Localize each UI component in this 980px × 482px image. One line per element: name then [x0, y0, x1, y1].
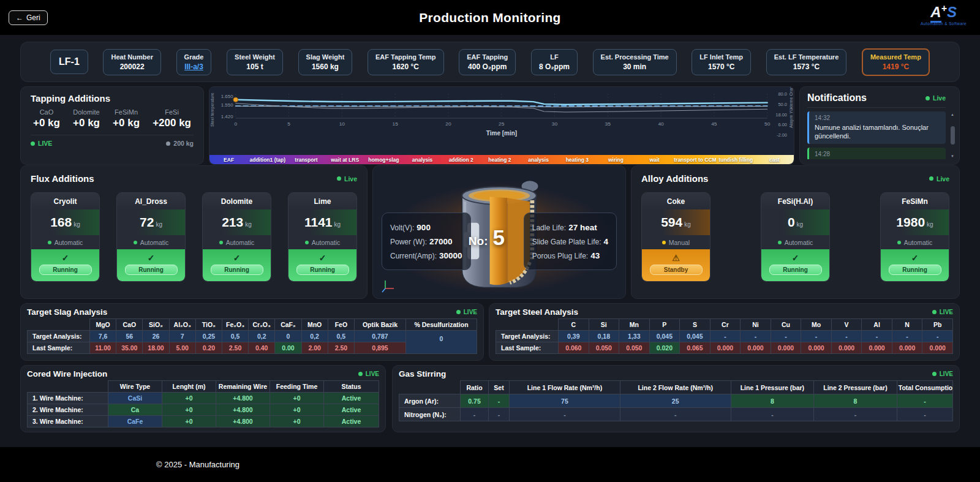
card-value: LF-1	[59, 56, 80, 67]
table-cell: Active	[324, 393, 379, 404]
table-cell: 0.20	[195, 342, 222, 354]
column-header: Mn	[619, 319, 650, 331]
material-card: Cryolit 168kg Automatic ✓ Running	[31, 192, 100, 282]
status-button[interactable]: Running	[39, 265, 92, 275]
table-cell: +0	[270, 416, 324, 427]
scroll-up-icon[interactable]: ▲	[951, 113, 954, 116]
scrollbar[interactable]: ▲ ▼	[949, 113, 956, 158]
tapping-items: CaO +0 kg Dolomite +0 kg FeSiMn +0 kg Fe…	[31, 108, 194, 129]
status-icon: ✓	[148, 254, 155, 263]
mode-dot-icon	[897, 241, 901, 244]
flux-cards: Cryolit 168kg Automatic ✓ Running Al_Dro…	[31, 192, 357, 282]
material-amount: +0 kg	[113, 117, 140, 129]
status-button[interactable]: Running	[296, 265, 349, 275]
temperature-chart-panel: Steel temperature 051015202530354045501.…	[209, 86, 794, 165]
column-header: Lenght (m)	[162, 381, 216, 393]
column-header: Optik Bazik	[355, 319, 406, 331]
table-cell: 0,5	[222, 331, 248, 342]
table-cell: -	[922, 331, 953, 342]
heat-info-card[interactable]: LF-1	[50, 50, 88, 74]
mode-label: Automatic	[140, 239, 169, 246]
stage-label: heating 3	[558, 157, 597, 163]
column-header: TiO₂	[195, 319, 222, 331]
table-cell: -	[489, 408, 510, 421]
heat-info-card[interactable]: Heat Number 200022	[103, 49, 160, 75]
table-cell: 0.75	[461, 394, 489, 408]
heat-info-card[interactable]: Grade III-a/3	[176, 49, 212, 75]
copyright-text: © 2025 - Manufacturing	[156, 460, 239, 469]
svg-text:0: 0	[234, 121, 237, 127]
panel-title: Target Slag Analysis	[27, 307, 107, 317]
table-cell: Argon (Ar):	[399, 394, 461, 408]
column-header: S	[680, 319, 710, 331]
table-cell: 7,6	[90, 331, 116, 342]
column-header: Al	[862, 319, 892, 331]
notifications-list: 14:32 Numune analizi tamamlandı. Sonuçla…	[807, 111, 946, 159]
table-cell: -	[892, 331, 922, 342]
live-badge: LIVE	[456, 309, 477, 315]
mode-dot-icon	[305, 241, 309, 244]
card-label: Est. LF Temperature	[774, 53, 839, 61]
mode-dot-icon	[662, 241, 666, 244]
flux-additions-panel: Flux Additions Live Cryolit 168kg Automa…	[20, 165, 368, 299]
material-name: FeSi	[153, 108, 191, 116]
heat-info-card[interactable]: Measured Temp 1419 °C	[862, 48, 930, 76]
svg-text:25: 25	[499, 121, 505, 127]
table-cell: 2. Wire Machine:	[28, 404, 108, 416]
table-header-row: RatioSetLine 1 Flow Rate (Nm³/h)Line 2 F…	[399, 381, 953, 394]
scroll-down-icon[interactable]: ▼	[951, 154, 954, 158]
material-name: Coke	[642, 193, 710, 209]
card-value: 200022	[111, 62, 153, 71]
heat-info-card[interactable]: LF Inlet Temp 1570 °C	[692, 49, 751, 75]
table-cell: 0.00	[275, 342, 301, 354]
card-value: 105 t	[235, 62, 275, 71]
mode-dot-icon	[48, 241, 51, 244]
status-button[interactable]: Standby	[650, 265, 703, 275]
info-label: Current(Amp):	[390, 252, 437, 260]
table-cell: 0.000	[892, 342, 922, 354]
stage-label: tundish filling	[717, 157, 755, 163]
heat-info-card[interactable]: Slag Weight 1560 kg	[298, 49, 353, 75]
unit: kg	[245, 221, 252, 228]
info-value: 900	[417, 223, 431, 232]
ladle-3d-panel: Volt(V):900Power (W):27000Current(Amp):3…	[372, 165, 626, 299]
live-label: Live	[933, 94, 946, 102]
tapping-item: FeSi +200 kg	[153, 108, 191, 129]
table-cell: +4.800	[216, 393, 270, 404]
status-area: ✓ Running	[761, 249, 829, 281]
heat-info-card[interactable]: Est. LF Temperature 1573 °C	[766, 49, 847, 75]
notification-item[interactable]: 14:32 Numune analizi tamamlandı. Sonuçla…	[807, 111, 946, 144]
heat-info-card[interactable]: EAF Tapping 400 O₂ppm	[459, 49, 516, 75]
wire-machine-row: 1. Wire Machine:CaSi+0+4.800+0Active	[28, 393, 379, 404]
live-label: LIVE	[38, 140, 52, 147]
column-header	[28, 381, 108, 393]
axis-gizmo-icon	[380, 277, 396, 293]
heat-info-card[interactable]: Est. Processing Time 30 min	[593, 49, 677, 75]
notification-item[interactable]: 14:28	[807, 148, 946, 159]
heat-info-card[interactable]: Steel Weight 105 t	[227, 49, 283, 75]
scroll-thumb[interactable]	[951, 126, 955, 145]
heat-info-card[interactable]: LF 8 O₂ppm	[531, 49, 578, 75]
mode-label: Automatic	[904, 239, 933, 246]
amount: 1980	[896, 215, 925, 230]
status-button[interactable]: Running	[889, 265, 941, 275]
info-value: 4	[603, 237, 608, 246]
status-button[interactable]: Running	[769, 265, 822, 275]
stage-label: heating 2	[480, 157, 519, 163]
ladle-number: No: 5	[469, 225, 505, 250]
card-label: Heat Number	[111, 53, 153, 61]
status-button[interactable]: Running	[125, 265, 178, 275]
back-button[interactable]: ← Geri	[9, 10, 48, 25]
status-button[interactable]: Running	[211, 265, 263, 275]
table-cell: Target Analysis:	[496, 331, 559, 342]
table-cell: 0.000	[771, 342, 801, 354]
card-value: 1573 °C	[774, 62, 839, 71]
ladle-number-label: No:	[469, 235, 488, 248]
info-row: Slide Gate Plate Life:4	[532, 236, 608, 247]
material-name: Al_Dross	[117, 193, 185, 209]
panel-title: Tapping Additions	[31, 93, 194, 104]
stage-label: addition1 (tap)	[248, 157, 287, 163]
heat-info-card[interactable]: EAF Tapping Temp 1620 °C	[368, 49, 444, 75]
info-value: 27 heat	[568, 223, 597, 232]
notification-text: Numune analizi tamamlandı. Sonuçlar günc…	[815, 123, 940, 141]
